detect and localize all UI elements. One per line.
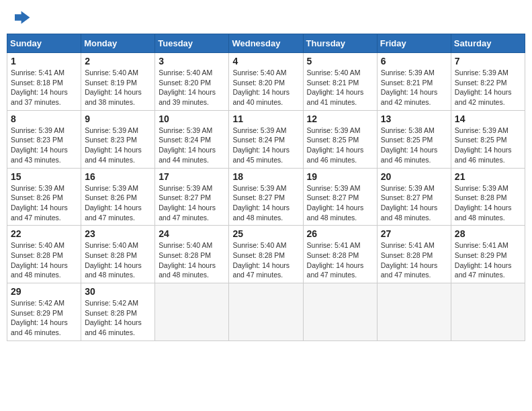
calendar-day-cell: 26 Sunrise: 5:41 AMSunset: 8:28 PMDaylig… (303, 226, 377, 283)
calendar-day-cell (229, 283, 303, 341)
day-info: Sunrise: 5:39 AMSunset: 8:27 PMDaylight:… (307, 184, 364, 222)
day-info: Sunrise: 5:39 AMSunset: 8:26 PMDaylight:… (85, 184, 142, 222)
calendar-day-cell: 20 Sunrise: 5:39 AMSunset: 8:27 PMDaylig… (377, 168, 451, 226)
day-number: 2 (85, 56, 151, 66)
calendar-day-header: Monday (81, 34, 155, 53)
day-info: Sunrise: 5:39 AMSunset: 8:21 PMDaylight:… (381, 68, 438, 106)
day-info: Sunrise: 5:41 AMSunset: 8:28 PMDaylight:… (381, 241, 438, 279)
calendar-day-cell: 22 Sunrise: 5:40 AMSunset: 8:28 PMDaylig… (7, 226, 81, 283)
calendar-day-cell: 27 Sunrise: 5:41 AMSunset: 8:28 PMDaylig… (377, 226, 451, 283)
day-info: Sunrise: 5:41 AMSunset: 8:18 PMDaylight:… (11, 68, 68, 106)
calendar-day-header: Friday (377, 34, 451, 53)
day-info: Sunrise: 5:40 AMSunset: 8:20 PMDaylight:… (232, 68, 290, 106)
calendar-day-cell: 17 Sunrise: 5:39 AMSunset: 8:27 PMDaylig… (155, 168, 229, 226)
day-number: 20 (381, 171, 447, 182)
calendar-day-cell: 1 Sunrise: 5:41 AMSunset: 8:18 PMDayligh… (7, 53, 81, 111)
day-number: 10 (159, 113, 225, 124)
calendar-day-header: Saturday (451, 34, 525, 53)
day-info: Sunrise: 5:39 AMSunset: 8:27 PMDaylight:… (159, 184, 216, 222)
calendar-day-cell: 28 Sunrise: 5:41 AMSunset: 8:29 PMDaylig… (451, 226, 525, 283)
day-info: Sunrise: 5:40 AMSunset: 8:28 PMDaylight:… (85, 241, 142, 279)
day-info: Sunrise: 5:40 AMSunset: 8:28 PMDaylight:… (159, 241, 216, 279)
day-number: 3 (159, 56, 225, 66)
day-info: Sunrise: 5:39 AMSunset: 8:27 PMDaylight:… (381, 184, 438, 222)
day-number: 8 (11, 113, 77, 124)
calendar-day-cell: 24 Sunrise: 5:40 AMSunset: 8:28 PMDaylig… (155, 226, 229, 283)
day-info: Sunrise: 5:39 AMSunset: 8:23 PMDaylight:… (11, 126, 68, 164)
day-info: Sunrise: 5:42 AMSunset: 8:28 PMDaylight:… (85, 299, 142, 336)
calendar-day-cell: 15 Sunrise: 5:39 AMSunset: 8:26 PMDaylig… (7, 168, 81, 226)
day-number: 13 (381, 113, 447, 124)
calendar-week-row: 15 Sunrise: 5:39 AMSunset: 8:26 PMDaylig… (7, 168, 525, 226)
day-number: 23 (85, 228, 151, 239)
day-number: 9 (85, 113, 151, 124)
logo (9, 7, 34, 28)
calendar-day-cell: 4 Sunrise: 5:40 AMSunset: 8:20 PMDayligh… (229, 53, 303, 111)
day-info: Sunrise: 5:41 AMSunset: 8:29 PMDaylight:… (455, 241, 512, 279)
day-info: Sunrise: 5:39 AMSunset: 8:26 PMDaylight:… (11, 184, 68, 222)
day-number: 14 (455, 113, 521, 124)
calendar-table: SundayMondayTuesdayWednesdayThursdayFrid… (7, 34, 525, 341)
calendar-day-cell: 3 Sunrise: 5:40 AMSunset: 8:20 PMDayligh… (155, 53, 229, 111)
day-info: Sunrise: 5:40 AMSunset: 8:20 PMDaylight:… (159, 68, 216, 106)
calendar-day-cell: 30 Sunrise: 5:42 AMSunset: 8:28 PMDaylig… (81, 283, 155, 341)
calendar-day-header: Sunday (7, 34, 81, 53)
day-info: Sunrise: 5:39 AMSunset: 8:27 PMDaylight:… (232, 184, 290, 222)
day-info: Sunrise: 5:39 AMSunset: 8:25 PMDaylight:… (455, 126, 512, 164)
day-number: 19 (307, 171, 373, 182)
day-number: 6 (381, 56, 447, 66)
calendar-day-cell: 2 Sunrise: 5:40 AMSunset: 8:19 PMDayligh… (81, 53, 155, 111)
day-number: 15 (11, 171, 77, 182)
day-number: 16 (85, 171, 151, 182)
calendar-day-cell: 5 Sunrise: 5:40 AMSunset: 8:21 PMDayligh… (303, 53, 377, 111)
day-number: 18 (232, 171, 299, 182)
day-info: Sunrise: 5:39 AMSunset: 8:24 PMDaylight:… (159, 126, 216, 164)
calendar-week-row: 8 Sunrise: 5:39 AMSunset: 8:23 PMDayligh… (7, 110, 525, 168)
calendar-day-cell (155, 283, 229, 341)
day-info: Sunrise: 5:38 AMSunset: 8:25 PMDaylight:… (381, 126, 438, 164)
day-info: Sunrise: 5:39 AMSunset: 8:22 PMDaylight:… (455, 68, 512, 106)
day-number: 4 (232, 56, 299, 66)
day-number: 25 (232, 228, 299, 239)
calendar-day-cell: 8 Sunrise: 5:39 AMSunset: 8:23 PMDayligh… (7, 110, 81, 168)
calendar-day-header: Thursday (303, 34, 377, 53)
day-info: Sunrise: 5:40 AMSunset: 8:19 PMDaylight:… (85, 68, 142, 106)
calendar-week-row: 22 Sunrise: 5:40 AMSunset: 8:28 PMDaylig… (7, 226, 525, 283)
day-info: Sunrise: 5:39 AMSunset: 8:25 PMDaylight:… (307, 126, 364, 164)
day-number: 22 (11, 228, 77, 239)
day-number: 12 (307, 113, 373, 124)
day-info: Sunrise: 5:39 AMSunset: 8:28 PMDaylight:… (455, 184, 512, 222)
svg-marker-0 (15, 11, 30, 24)
calendar-day-cell: 13 Sunrise: 5:38 AMSunset: 8:25 PMDaylig… (377, 110, 451, 168)
day-info: Sunrise: 5:42 AMSunset: 8:29 PMDaylight:… (11, 299, 68, 336)
day-number: 28 (455, 228, 521, 239)
calendar-day-cell: 25 Sunrise: 5:40 AMSunset: 8:28 PMDaylig… (229, 226, 303, 283)
calendar-day-cell: 9 Sunrise: 5:39 AMSunset: 8:23 PMDayligh… (81, 110, 155, 168)
day-info: Sunrise: 5:39 AMSunset: 8:23 PMDaylight:… (85, 126, 142, 164)
calendar-day-cell: 14 Sunrise: 5:39 AMSunset: 8:25 PMDaylig… (451, 110, 525, 168)
calendar-day-cell (451, 283, 525, 341)
calendar-day-cell (377, 283, 451, 341)
day-info: Sunrise: 5:39 AMSunset: 8:24 PMDaylight:… (232, 126, 290, 164)
page-header (7, 7, 525, 28)
day-number: 27 (381, 228, 447, 239)
calendar-day-cell: 18 Sunrise: 5:39 AMSunset: 8:27 PMDaylig… (229, 168, 303, 226)
day-info: Sunrise: 5:41 AMSunset: 8:28 PMDaylight:… (307, 241, 364, 279)
calendar-day-header: Tuesday (155, 34, 229, 53)
logo-icon (9, 7, 31, 28)
day-number: 1 (11, 56, 77, 66)
calendar-day-cell: 29 Sunrise: 5:42 AMSunset: 8:29 PMDaylig… (7, 283, 81, 341)
calendar-day-cell: 11 Sunrise: 5:39 AMSunset: 8:24 PMDaylig… (229, 110, 303, 168)
calendar-day-cell: 21 Sunrise: 5:39 AMSunset: 8:28 PMDaylig… (451, 168, 525, 226)
day-number: 30 (85, 286, 151, 297)
day-number: 7 (455, 56, 521, 66)
calendar-day-cell: 10 Sunrise: 5:39 AMSunset: 8:24 PMDaylig… (155, 110, 229, 168)
day-number: 11 (232, 113, 299, 124)
day-number: 24 (159, 228, 225, 239)
calendar-week-row: 1 Sunrise: 5:41 AMSunset: 8:18 PMDayligh… (7, 53, 525, 111)
day-number: 17 (159, 171, 225, 182)
calendar-week-row: 29 Sunrise: 5:42 AMSunset: 8:29 PMDaylig… (7, 283, 525, 341)
calendar-day-header: Wednesday (229, 34, 303, 53)
calendar-day-cell: 19 Sunrise: 5:39 AMSunset: 8:27 PMDaylig… (303, 168, 377, 226)
day-info: Sunrise: 5:40 AMSunset: 8:28 PMDaylight:… (11, 241, 68, 279)
